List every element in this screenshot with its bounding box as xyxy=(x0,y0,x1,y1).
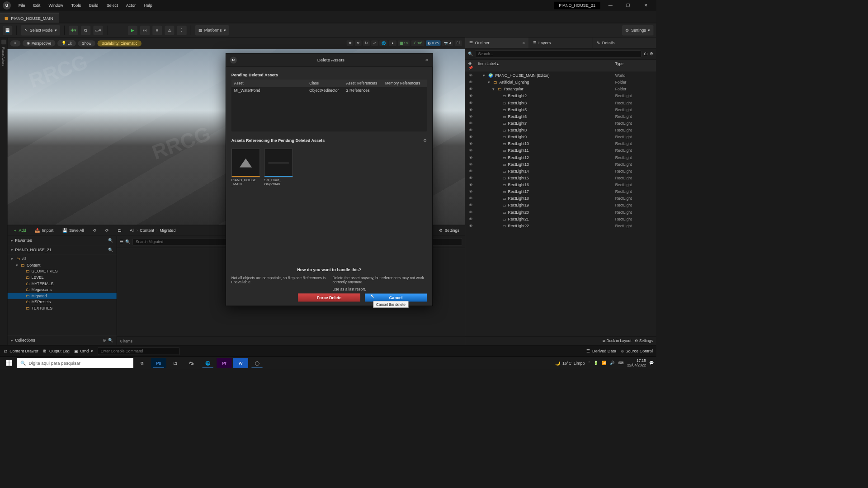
outliner-row[interactable]: 👁▭RectLight12RectLight xyxy=(465,154,656,161)
outliner-search[interactable] xyxy=(475,50,642,58)
derived-data-button[interactable]: ☰ Derived Data xyxy=(586,348,616,353)
eye-icon[interactable]: 👁 xyxy=(468,61,472,66)
visibility-icon[interactable]: 👁 xyxy=(468,94,473,98)
search-icon[interactable]: 🔍 xyxy=(108,247,113,252)
menu-edit[interactable]: Edit xyxy=(30,2,44,9)
surface-snap[interactable]: ▲ xyxy=(389,40,396,46)
stop-button[interactable]: ■ xyxy=(152,25,162,35)
outliner-row[interactable]: 👁▭RectLight2RectLight xyxy=(465,93,656,99)
outliner-row[interactable]: 👁▭RectLight10RectLight xyxy=(465,141,656,147)
photoshop-icon[interactable]: Ps xyxy=(151,358,166,368)
settings-button[interactable]: ⚙ Settings ▾ xyxy=(622,25,654,36)
scalability-pill[interactable]: Scalability: Cinematic xyxy=(98,40,142,47)
outliner-row[interactable]: 👁▭RectLight13RectLight xyxy=(465,161,656,168)
source-control-button[interactable]: ⎋ Source Control xyxy=(621,348,653,353)
tab-layers[interactable]: ≣Layers xyxy=(529,38,593,48)
play-options-button[interactable]: ⋮ xyxy=(177,25,186,35)
outliner-row[interactable]: 👁▭RectLight5RectLight xyxy=(465,106,656,113)
start-button[interactable] xyxy=(2,358,16,368)
dock-button[interactable]: ⧉ Dock in Layout xyxy=(603,338,631,343)
task-view-icon[interactable]: ⧉ xyxy=(135,358,150,368)
outliner-row[interactable]: 👁▭RectLight20RectLight xyxy=(465,209,656,216)
visibility-icon[interactable]: 👁 xyxy=(468,224,473,228)
source-tree-item[interactable]: 🗀Megascans xyxy=(8,286,117,293)
window-close[interactable]: ✕ xyxy=(638,1,653,10)
outliner-row[interactable]: 👁▭RectLight8RectLight xyxy=(465,127,656,133)
referencer-thumb[interactable]: SM_Floor_Object040 xyxy=(264,149,293,186)
outliner-row[interactable]: 👁▭RectLight3RectLight xyxy=(465,99,656,106)
cancel-button[interactable]: Cancel ↖ Cancel the delete xyxy=(365,293,427,301)
battery-icon[interactable]: 🔋 xyxy=(594,361,599,365)
lit-pill[interactable]: 💡Lit xyxy=(57,40,76,46)
crumb-migrated[interactable]: Migrated xyxy=(160,228,175,233)
chrome-icon[interactable]: 🌐 xyxy=(200,358,215,368)
menu-tools[interactable]: Tools xyxy=(68,2,84,9)
explorer-icon[interactable]: 🗂 xyxy=(167,358,182,368)
close-icon[interactable]: ✕ xyxy=(522,41,525,45)
coord-space[interactable]: 🌐 xyxy=(379,40,387,46)
rp-settings-button[interactable]: ⚙ Settings xyxy=(635,338,653,343)
word-icon[interactable]: W xyxy=(233,358,248,368)
referencer-thumb[interactable]: PIANO_HOUSE_MAIN xyxy=(231,149,260,186)
visibility-icon[interactable]: 👁 xyxy=(468,183,473,187)
rail-icon[interactable] xyxy=(1,40,6,45)
visibility-icon[interactable]: 👁 xyxy=(468,217,473,221)
source-tree-item[interactable]: 🗀Migrated xyxy=(8,293,117,299)
tab-outliner[interactable]: ☰Outliner✕ xyxy=(465,38,529,48)
visibility-icon[interactable]: 👁 xyxy=(468,149,473,153)
save-all-button[interactable]: 💾 Save All xyxy=(60,227,87,235)
source-tree-item[interactable]: 🗀TEXTURES xyxy=(8,305,117,311)
viewport-maximize[interactable]: ⛶ xyxy=(454,40,462,46)
volume-icon[interactable]: 🔊 xyxy=(610,361,615,365)
col-refs[interactable]: Asset Referencers xyxy=(346,81,385,85)
filter-icon[interactable]: ☰ xyxy=(120,239,123,244)
menu-help[interactable]: Help xyxy=(141,2,156,9)
gear-icon[interactable]: ⚙ xyxy=(423,138,427,143)
project-section[interactable]: ▾PIANO_HOUSE_21 🔍 xyxy=(8,245,117,254)
favorites-section[interactable]: ▸Favorites 🔍 xyxy=(8,236,117,245)
menu-build[interactable]: Build xyxy=(86,2,102,9)
tray-chevron-icon[interactable]: ˄ xyxy=(588,361,590,365)
tab-details[interactable]: ✎Details xyxy=(593,38,656,48)
menu-window[interactable]: Window xyxy=(45,2,66,9)
crumb-all[interactable]: All xyxy=(130,228,134,233)
collections-section[interactable]: ▸Collections ⊕🔍 xyxy=(8,335,117,345)
perspective-pill[interactable]: ◉Perspective xyxy=(23,40,55,46)
outliner-row[interactable]: 👁▭RectLight17RectLight xyxy=(465,188,656,195)
add-icon[interactable]: ⊕ xyxy=(103,338,106,343)
rail-label[interactable]: Place Actors xyxy=(2,47,5,66)
angle-snap[interactable]: ∠ 10° xyxy=(411,40,425,46)
show-pill[interactable]: Show xyxy=(78,40,95,47)
add-button[interactable]: ＋ Add xyxy=(10,226,29,235)
search-icon[interactable]: 🔍 xyxy=(108,238,113,243)
add-content-button[interactable]: ✚▾ xyxy=(69,25,78,35)
visibility-icon[interactable]: 👁 xyxy=(468,155,473,160)
viewport-menu[interactable]: ≡ xyxy=(10,40,21,47)
menu-actor[interactable]: Actor xyxy=(123,2,139,9)
source-tree-item[interactable]: 🗀LEVEL xyxy=(8,274,117,281)
outliner-row[interactable]: 👁▾🗀Artificial_LightingFolder xyxy=(465,79,656,86)
visibility-icon[interactable]: 👁 xyxy=(468,74,473,78)
outliner-row[interactable]: 👁▾🌍PIANO_HOUSE_MAIN (Editor)World xyxy=(465,72,656,79)
outliner-row[interactable]: 👁▭RectLight9RectLight xyxy=(465,134,656,141)
visibility-icon[interactable]: 👁 xyxy=(468,128,473,132)
output-log-button[interactable]: 🗎 Output Log xyxy=(43,348,70,353)
camera-speed[interactable]: 📷 4 xyxy=(442,40,453,46)
search-icon[interactable]: 🔍 xyxy=(108,338,113,343)
window-restore[interactable]: ❐ xyxy=(621,1,636,10)
play-button[interactable]: ▶ xyxy=(128,25,137,35)
level-tab[interactable]: PIANO_HOUSE_MAIN xyxy=(0,13,59,23)
visibility-icon[interactable]: 👁 xyxy=(468,108,473,112)
visibility-icon[interactable]: 👁 xyxy=(468,114,473,118)
folder-icon[interactable]: 🗀 xyxy=(115,227,124,235)
store-icon[interactable]: 🛍 xyxy=(184,358,199,368)
visibility-icon[interactable]: 👁 xyxy=(468,121,473,125)
premiere-icon[interactable]: Pr xyxy=(217,358,231,368)
outliner-row[interactable]: 👁▭RectLight15RectLight xyxy=(465,174,656,181)
outliner-row[interactable]: 👁▭RectLight11RectLight xyxy=(465,147,656,154)
col-asset[interactable]: Asset xyxy=(234,81,309,85)
outliner-row[interactable]: 👁▭RectLight7RectLight xyxy=(465,120,656,127)
gear-icon[interactable]: ⚙ xyxy=(650,52,653,56)
transform-move[interactable]: ⤧ xyxy=(355,40,362,46)
outliner-row[interactable]: 👁▭RectLight14RectLight xyxy=(465,168,656,174)
